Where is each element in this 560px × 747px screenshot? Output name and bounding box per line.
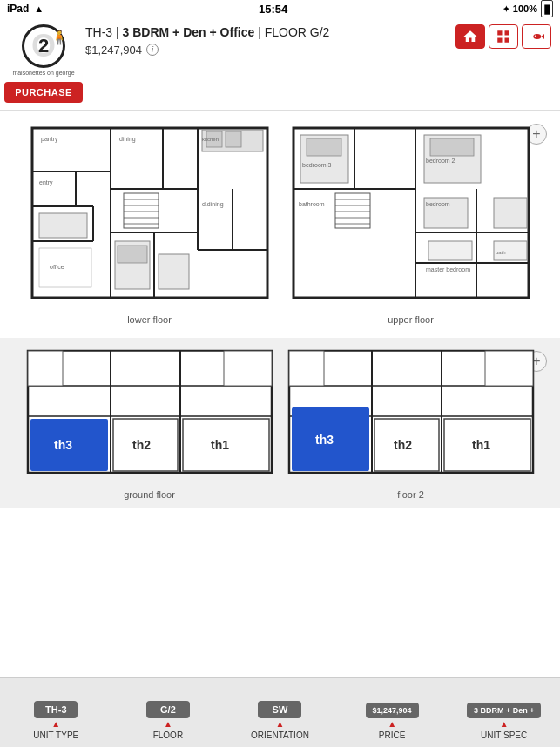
svg-rect-1	[505, 30, 509, 35]
svg-rect-0	[497, 30, 502, 35]
logo-circle: O 2 🧍	[22, 24, 65, 68]
floor-arrow: ▲	[164, 720, 172, 729]
separator1: |	[116, 25, 123, 39]
ground-floor-building-svg: th3 th2 th1	[24, 347, 276, 486]
logo-subtitle: maisonettes on george	[12, 70, 74, 77]
floor-plans-section: +	[0, 111, 560, 333]
grid-icon	[496, 29, 511, 44]
floor2-building-svg: th3 th2 th1	[285, 347, 537, 486]
upper-floor-label: upper floor	[388, 314, 434, 325]
building-section: +	[0, 338, 560, 508]
price-arrow: ▲	[388, 720, 396, 729]
svg-text:th1: th1	[211, 438, 229, 452]
header-title: TH-3 | 3 BDRM + Den + Office | FLOOR G/2	[85, 24, 455, 42]
svg-rect-63	[494, 198, 527, 228]
ground-floor-label: ground floor	[124, 489, 175, 500]
floor-label-filter: FLOOR	[153, 730, 183, 740]
svg-text:bedroom 3: bedroom 3	[302, 162, 332, 168]
svg-text:th3: th3	[315, 433, 334, 447]
ground-floor-container: th3 th2 th1 ground floor	[24, 347, 276, 500]
svg-rect-30	[159, 254, 189, 289]
wifi-icon: ▲	[34, 3, 44, 14]
header-icons	[455, 24, 551, 49]
time-label: 15:54	[259, 3, 287, 16]
svg-rect-34	[226, 131, 241, 147]
unit-type-badge: TH-3	[34, 701, 78, 718]
home-icon	[462, 29, 478, 44]
status-bar: iPad ▲ 15:54 ✦ 100% ▮	[0, 0, 560, 17]
orientation-badge: SW	[258, 701, 301, 718]
fish-icon	[529, 29, 544, 44]
price-value: $1,247,904	[85, 44, 142, 57]
upper-floor-svg: bedroom 3 bedroom 2 bedroom bathroom mas…	[285, 119, 537, 311]
status-left: iPad ▲	[7, 3, 44, 15]
svg-text:th3: th3	[54, 438, 72, 452]
fish-button[interactable]	[522, 24, 551, 49]
bedrooms-label: 3 BDRM + Den + Office	[123, 25, 255, 39]
floor-label: FLOOR G/2	[265, 25, 330, 39]
bluetooth-icon: ✦	[503, 4, 509, 14]
svg-text:entry: entry	[39, 179, 53, 186]
logo-area: O 2 🧍 maisonettes on george PURCHASE	[9, 24, 78, 103]
filter-unit-spec[interactable]: 3 BDRM + Den + ▲ UNIT SPEC	[448, 678, 560, 747]
svg-rect-3	[505, 38, 509, 43]
filter-orientation[interactable]: SW ▲ ORIENTATION	[224, 678, 336, 747]
filter-price[interactable]: $1,247,904 ▲ PRICE	[336, 678, 449, 747]
unit-spec-arrow: ▲	[500, 720, 509, 729]
floor-badge: G/2	[146, 701, 190, 718]
svg-rect-78	[224, 351, 272, 386]
svg-text:th2: th2	[132, 438, 151, 452]
home-button[interactable]	[455, 24, 485, 49]
lower-floor-svg: office pantry dining kitchen d.dining en…	[24, 119, 276, 311]
orientation-arrow: ▲	[276, 720, 285, 729]
grid-button[interactable]	[489, 24, 518, 49]
logo-person-icon: 🧍	[51, 29, 68, 45]
battery-percent: 100%	[513, 3, 537, 14]
svg-text:th1: th1	[472, 438, 490, 452]
svg-rect-35	[39, 213, 87, 238]
price-badge: $1,247,904	[366, 703, 419, 718]
filter-unit-type[interactable]: TH-3 ▲ UNIT TYPE	[0, 678, 112, 747]
svg-rect-59	[307, 138, 341, 156]
unit-type-arrow: ▲	[51, 720, 60, 729]
filter-bar: TH-3 ▲ UNIT TYPE G/2 ▲ FLOOR SW ▲ ORIENT…	[0, 677, 560, 747]
separator2: |	[258, 25, 265, 39]
floor-plans-row: office pantry dining kitchen d.dining en…	[9, 119, 551, 325]
header: O 2 🧍 maisonettes on george PURCHASE TH-…	[0, 17, 560, 111]
main-content: O 2 🧍 maisonettes on george PURCHASE TH-…	[0, 17, 560, 677]
svg-rect-90	[289, 351, 324, 386]
svg-rect-91	[485, 351, 533, 386]
lower-floor-label: lower floor	[127, 314, 172, 325]
svg-text:bedroom: bedroom	[426, 201, 450, 207]
svg-text:th2: th2	[394, 438, 412, 452]
svg-text:bath: bath	[496, 250, 506, 255]
svg-text:kitchen: kitchen	[202, 137, 219, 142]
svg-point-6	[535, 36, 536, 37]
svg-rect-65	[428, 241, 472, 260]
battery-icon: ▮	[541, 0, 553, 17]
building-row: th3 th2 th1 ground floor	[9, 347, 551, 500]
svg-text:office: office	[50, 264, 64, 270]
svg-text:bathroom: bathroom	[299, 201, 325, 207]
price-label: PRICE	[379, 730, 406, 740]
svg-rect-77	[28, 351, 63, 386]
svg-point-4	[533, 34, 541, 39]
header-price: $1,247,904 i	[85, 44, 455, 57]
svg-text:dining: dining	[119, 136, 136, 143]
info-icon[interactable]: i	[146, 44, 159, 56]
logo-number: 2	[38, 37, 49, 56]
lower-floor-container: office pantry dining kitchen d.dining en…	[24, 119, 276, 325]
upper-floor-container: bedroom 3 bedroom 2 bedroom bathroom mas…	[285, 119, 537, 325]
svg-marker-5	[541, 34, 544, 39]
unit-type-label: UNIT TYPE	[33, 730, 78, 740]
filter-floor[interactable]: G/2 ▲ FLOOR	[112, 678, 225, 747]
svg-text:d.dining: d.dining	[202, 201, 224, 208]
unit-code: TH-3	[85, 25, 112, 39]
carrier-label: iPad	[7, 3, 29, 15]
svg-text:pantry: pantry	[41, 136, 58, 143]
purchase-button[interactable]: PURCHASE	[4, 82, 83, 103]
header-info: TH-3 | 3 BDRM + Den + Office | FLOOR G/2…	[78, 24, 455, 57]
status-right: ✦ 100% ▮	[503, 0, 553, 17]
svg-text:bedroom 2: bedroom 2	[426, 158, 455, 164]
svg-rect-61	[430, 138, 474, 156]
